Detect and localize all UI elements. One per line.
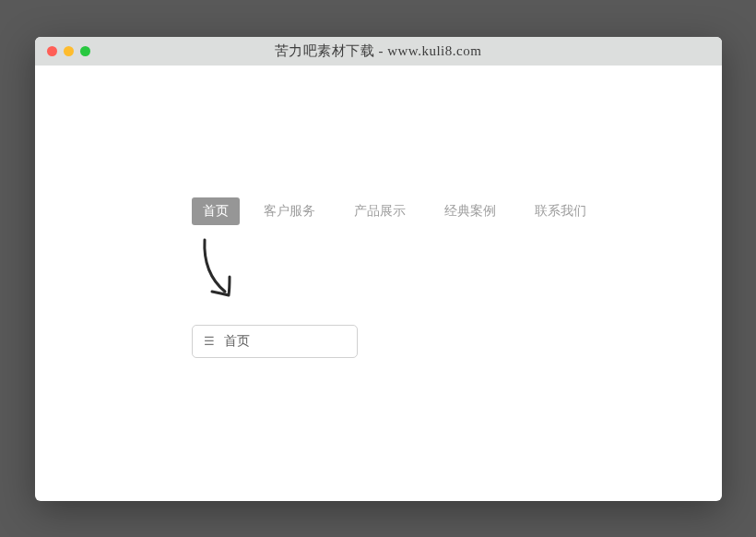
close-button[interactable] (47, 46, 57, 56)
content-area: 首页 客户服务 产品展示 经典案例 联系我们 ☰ 首页 (35, 66, 722, 501)
tab-customer-service[interactable]: 客户服务 (249, 197, 330, 225)
window-title: 苦力吧素材下载 - www.kuli8.com (275, 42, 482, 60)
dropdown-menu[interactable]: ☰ 首页 (192, 325, 358, 358)
maximize-button[interactable] (80, 46, 90, 56)
traffic-lights (47, 46, 90, 56)
app-window: 苦力吧素材下载 - www.kuli8.com 首页 客户服务 产品展示 经典案… (35, 37, 722, 501)
tab-home[interactable]: 首页 (192, 197, 240, 225)
minimize-button[interactable] (64, 46, 74, 56)
tab-product-display[interactable]: 产品展示 (339, 197, 420, 225)
dropdown-selected-label: 首页 (224, 333, 250, 350)
titlebar: 苦力吧素材下载 - www.kuli8.com (35, 37, 722, 66)
arrow-illustration (199, 238, 722, 308)
tab-classic-cases[interactable]: 经典案例 (430, 197, 511, 225)
tab-contact-us[interactable]: 联系我们 (520, 197, 601, 225)
nav-tabs: 首页 客户服务 产品展示 经典案例 联系我们 (192, 197, 722, 225)
hamburger-icon: ☰ (204, 335, 215, 347)
